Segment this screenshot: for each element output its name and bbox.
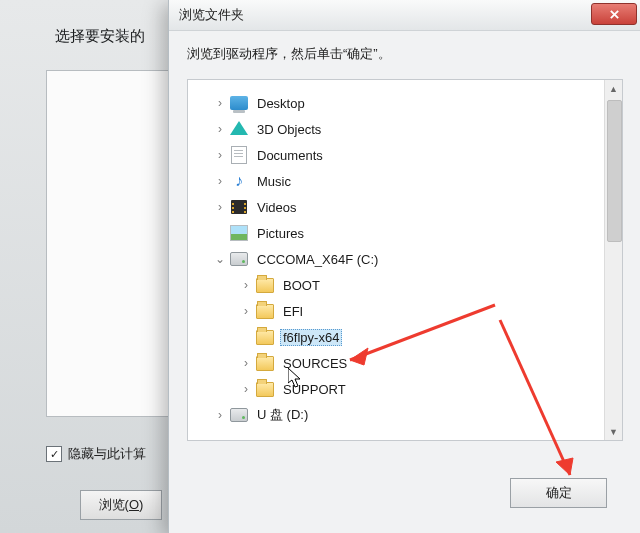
tree-node[interactable]: ›Videos	[198, 194, 618, 220]
tree-node-label: Music	[254, 173, 294, 190]
tree-node[interactable]: ›3D Objects	[198, 116, 618, 142]
3d-objects-icon	[230, 121, 248, 135]
tree-node[interactable]: ›♪Music	[198, 168, 618, 194]
tree-node[interactable]: ›SOURCES	[198, 350, 618, 376]
chevron-right-icon[interactable]: ›	[212, 199, 228, 215]
hide-incompatible-row[interactable]: ✓ 隐藏与此计算	[46, 445, 146, 463]
folder-tree[interactable]: ›Desktop›3D Objects›Documents›♪Music›Vid…	[187, 79, 623, 441]
tree-node-label: SUPPORT	[280, 381, 349, 398]
close-button[interactable]	[591, 3, 637, 25]
documents-icon	[231, 146, 247, 164]
tree-node[interactable]: ›Desktop	[198, 90, 618, 116]
chevron-right-icon[interactable]: ›	[212, 95, 228, 111]
folder-icon	[256, 382, 274, 397]
close-icon	[609, 9, 620, 20]
folder-icon	[256, 330, 274, 345]
tree-node-label: Documents	[254, 147, 326, 164]
tree-node[interactable]: ›SUPPORT	[198, 376, 618, 402]
chevron-down-icon[interactable]: ⌄	[212, 251, 228, 267]
desktop-icon	[230, 96, 248, 110]
scroll-down-icon[interactable]: ▼	[605, 423, 622, 440]
folder-icon	[256, 304, 274, 319]
tree-node-label: EFI	[280, 303, 306, 320]
chevron-right-icon[interactable]: ›	[238, 355, 254, 371]
tree-node-label: Desktop	[254, 95, 308, 112]
dialog-titlebar: 浏览文件夹	[169, 0, 640, 31]
tree-node-label: BOOT	[280, 277, 323, 294]
tree-node-label: 3D Objects	[254, 121, 324, 138]
chevron-right-icon[interactable]: ›	[212, 121, 228, 137]
ok-button[interactable]: 确定	[510, 478, 607, 508]
chevron-right-icon[interactable]: ›	[238, 381, 254, 397]
chevron-right-icon[interactable]: ›	[212, 407, 228, 423]
ok-button-label: 确定	[546, 484, 572, 502]
hide-incompatible-label: 隐藏与此计算	[68, 445, 146, 463]
chevron-right-icon[interactable]: ›	[212, 147, 228, 163]
tree-node[interactable]: ⌄CCCOMA_X64F (C:)	[198, 246, 618, 272]
tree-node-label: Pictures	[254, 225, 307, 242]
chevron-right-icon[interactable]: ›	[238, 277, 254, 293]
tree-node-label: Videos	[254, 199, 300, 216]
folder-icon	[256, 356, 274, 371]
scrollbar[interactable]: ▲ ▼	[604, 80, 622, 440]
tree-node-label: U 盘 (D:)	[254, 405, 311, 425]
folder-icon	[256, 278, 274, 293]
music-icon: ♪	[235, 172, 243, 190]
pictures-icon	[230, 225, 248, 241]
scroll-up-icon[interactable]: ▲	[605, 80, 622, 97]
chevron-right-icon[interactable]: ›	[212, 173, 228, 189]
dialog-instruction: 浏览到驱动程序，然后单击“确定”。	[169, 31, 640, 73]
tree-node[interactable]: ›EFI	[198, 298, 618, 324]
browse-button[interactable]: 浏览(O)	[80, 490, 162, 520]
tree-node[interactable]: Pictures	[198, 220, 618, 246]
tree-node-label: f6flpy-x64	[280, 329, 342, 346]
installer-heading: 选择要安装的	[55, 27, 145, 46]
tree-node[interactable]: ›BOOT	[198, 272, 618, 298]
scroll-thumb[interactable]	[607, 100, 622, 242]
drive-icon	[230, 408, 248, 422]
tree-node-label: CCCOMA_X64F (C:)	[254, 251, 381, 268]
driver-listbox[interactable]	[46, 70, 188, 417]
drive-icon	[230, 252, 248, 266]
tree-node[interactable]: f6flpy-x64	[198, 324, 618, 350]
tree-node[interactable]: ›U 盘 (D:)	[198, 402, 618, 428]
videos-icon	[231, 200, 247, 214]
checkbox-icon[interactable]: ✓	[46, 446, 62, 462]
tree-node-label: SOURCES	[280, 355, 350, 372]
dialog-title: 浏览文件夹	[179, 6, 244, 24]
browse-folder-dialog: 浏览文件夹 浏览到驱动程序，然后单击“确定”。 ›Desktop›3D Obje…	[168, 0, 640, 533]
tree-node[interactable]: ›Documents	[198, 142, 618, 168]
chevron-right-icon[interactable]: ›	[238, 303, 254, 319]
